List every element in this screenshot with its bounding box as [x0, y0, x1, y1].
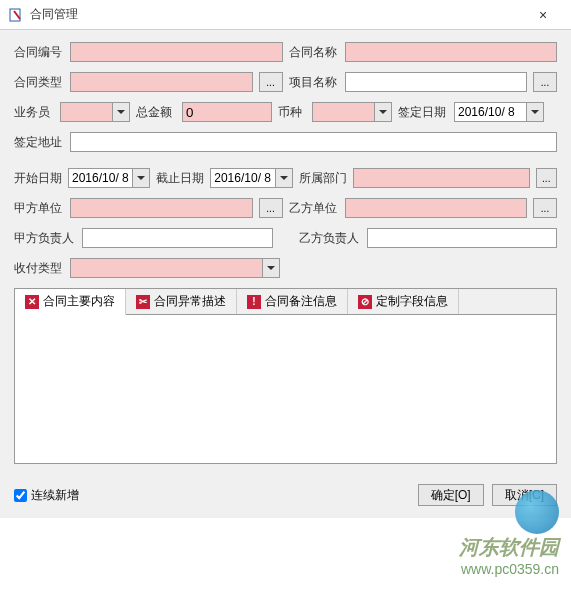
label-sign-date: 签定日期 [398, 104, 448, 121]
tab-label: 合同备注信息 [265, 293, 337, 310]
continue-add-checkbox[interactable]: 连续新增 [14, 487, 79, 504]
continue-add-label: 连续新增 [31, 487, 79, 504]
chevron-down-icon [280, 176, 288, 180]
party-a-browse[interactable]: ... [259, 198, 283, 218]
cancel-button[interactable]: 取消[C] [492, 484, 557, 506]
label-party-b: 乙方单位 [289, 200, 339, 217]
label-total-amount: 总金额 [136, 104, 176, 121]
label-end-date: 截止日期 [156, 170, 204, 187]
tab-label: 合同异常描述 [154, 293, 226, 310]
chevron-down-icon [117, 110, 125, 114]
sign-address-input[interactable] [70, 132, 557, 152]
tab-remarks[interactable]: ! 合同备注信息 [237, 289, 348, 314]
tab-bar: ✕ 合同主要内容 ✂ 合同异常描述 ! 合同备注信息 ⊘ 定制字段信息 [15, 289, 556, 315]
label-project-name: 项目名称 [289, 74, 339, 91]
contract-type-input[interactable] [70, 72, 253, 92]
total-amount-input[interactable] [182, 102, 272, 122]
party-b-input[interactable] [345, 198, 528, 218]
titlebar: 合同管理 × [0, 0, 571, 30]
label-party-b-lead: 乙方负责人 [299, 230, 361, 247]
department-browse[interactable]: ... [536, 168, 557, 188]
watermark-url: www.pc0359.cn [459, 561, 559, 577]
row-parties: 甲方单位 ... 乙方单位 ... [14, 198, 557, 218]
scissors-icon: ✂ [136, 295, 150, 309]
app-icon [8, 7, 24, 23]
continue-add-input[interactable] [14, 489, 27, 502]
chevron-down-icon [137, 176, 145, 180]
chevron-down-icon [379, 110, 387, 114]
party-a-lead-input[interactable] [82, 228, 273, 248]
start-date-picker[interactable]: 2016/10/ 8 [68, 168, 150, 188]
tab-label: 合同主要内容 [43, 293, 115, 310]
contract-name-input[interactable] [345, 42, 558, 62]
contract-type-browse[interactable]: ... [259, 72, 283, 92]
row-sign-address: 签定地址 [14, 132, 557, 152]
form-area: 合同编号 合同名称 合同类型 ... 项目名称 ... 业务员 总金额 币种 签… [0, 30, 571, 472]
watermark-text: 河东软件园 [459, 534, 559, 561]
label-party-a-lead: 甲方负责人 [14, 230, 76, 247]
circle-slash-icon: ⊘ [358, 295, 372, 309]
row-contract-type: 合同类型 ... 项目名称 ... [14, 72, 557, 92]
label-sign-address: 签定地址 [14, 134, 64, 151]
label-party-a: 甲方单位 [14, 200, 64, 217]
exclaim-icon: ! [247, 295, 261, 309]
department-input[interactable] [353, 168, 530, 188]
row-contract-id: 合同编号 合同名称 [14, 42, 557, 62]
chevron-down-icon [267, 266, 275, 270]
contract-no-input[interactable] [70, 42, 283, 62]
tab-custom-fields[interactable]: ⊘ 定制字段信息 [348, 289, 459, 314]
tab-exception[interactable]: ✂ 合同异常描述 [126, 289, 237, 314]
currency-select[interactable] [312, 102, 392, 122]
label-pay-type: 收付类型 [14, 260, 64, 277]
row-pay-type: 收付类型 [14, 258, 557, 278]
party-b-browse[interactable]: ... [533, 198, 557, 218]
party-a-input[interactable] [70, 198, 253, 218]
tab-content-area[interactable] [15, 315, 556, 463]
label-start-date: 开始日期 [14, 170, 62, 187]
label-contract-name: 合同名称 [289, 44, 339, 61]
project-name-browse[interactable]: ... [533, 72, 557, 92]
x-icon: ✕ [25, 295, 39, 309]
label-contract-no: 合同编号 [14, 44, 64, 61]
salesman-select[interactable] [60, 102, 130, 122]
tab-main-content[interactable]: ✕ 合同主要内容 [15, 289, 126, 315]
row-leaders: 甲方负责人 乙方负责人 [14, 228, 557, 248]
project-name-input[interactable] [345, 72, 528, 92]
label-salesman: 业务员 [14, 104, 54, 121]
label-department: 所属部门 [299, 170, 347, 187]
pay-type-select[interactable] [70, 258, 280, 278]
footer: 连续新增 确定[O] 取消[C] [0, 472, 571, 518]
close-button[interactable]: × [523, 1, 563, 29]
row-salesman: 业务员 总金额 币种 签定日期 2016/10/ 8 [14, 102, 557, 122]
row-dates: 开始日期 2016/10/ 8 截止日期 2016/10/ 8 所属部门 ... [14, 168, 557, 188]
end-date-picker[interactable]: 2016/10/ 8 [210, 168, 292, 188]
party-b-lead-input[interactable] [367, 228, 558, 248]
sign-date-picker[interactable]: 2016/10/ 8 [454, 102, 544, 122]
window-title: 合同管理 [30, 6, 523, 23]
tab-label: 定制字段信息 [376, 293, 448, 310]
ok-button[interactable]: 确定[O] [418, 484, 484, 506]
footer-buttons: 确定[O] 取消[C] [418, 484, 557, 506]
label-currency: 币种 [278, 104, 306, 121]
chevron-down-icon [531, 110, 539, 114]
label-contract-type: 合同类型 [14, 74, 64, 91]
tabs-container: ✕ 合同主要内容 ✂ 合同异常描述 ! 合同备注信息 ⊘ 定制字段信息 [14, 288, 557, 464]
